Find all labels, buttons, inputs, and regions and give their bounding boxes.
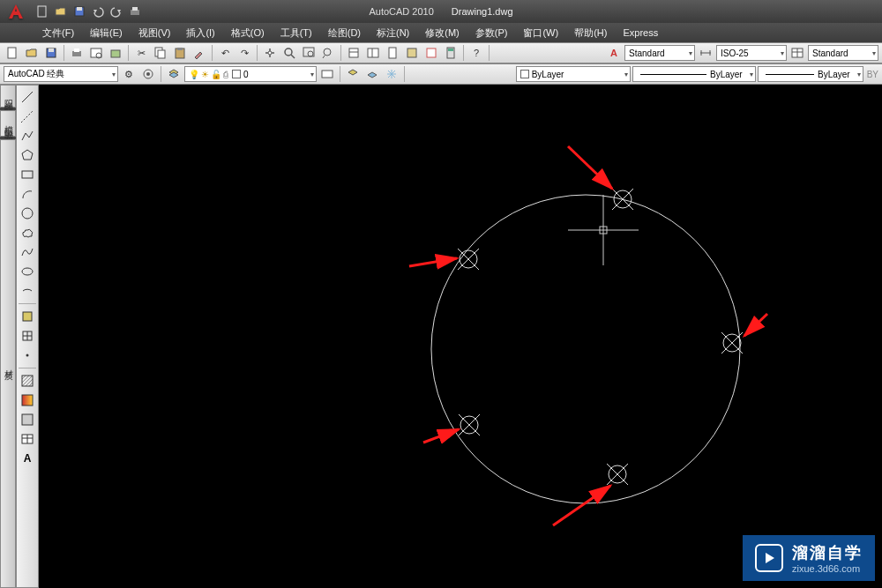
text-style-dropdown[interactable]: Standard [624,45,695,61]
save-button[interactable] [42,44,60,62]
menu-dimension[interactable]: 标注(N) [370,25,416,41]
menu-modify[interactable]: 修改(M) [418,25,467,41]
svg-rect-29 [427,48,436,57]
divide-node-4 [459,414,480,435]
dim-style-dropdown[interactable]: ISO-25 [716,45,787,61]
menu-help[interactable]: 帮助(H) [567,25,614,41]
markup-button[interactable] [422,44,440,62]
zoom-realtime-button[interactable] [280,44,298,62]
make-block-tool[interactable] [19,327,36,345]
copy-button[interactable] [152,44,169,62]
match-properties-button[interactable] [191,44,208,62]
gradient-tool[interactable] [19,391,36,409]
text-style-icon[interactable]: A [605,44,623,62]
menu-format[interactable]: 格式(O) [224,25,272,41]
point-tool[interactable] [19,346,36,364]
separator [128,45,129,61]
workspace-save-icon[interactable] [139,65,157,83]
layer-freeze-icon[interactable] [383,65,400,83]
insert-block-tool[interactable] [19,308,36,325]
revision-cloud-tool[interactable] [19,224,36,242]
svg-rect-51 [22,414,33,425]
layer-previous-icon[interactable] [344,65,362,83]
polygon-tool[interactable] [19,146,36,164]
plot-button[interactable] [68,44,86,62]
new-icon[interactable] [34,4,50,19]
quick-access-toolbar [34,4,143,19]
lineweight-dropdown[interactable]: ByLayer [758,66,863,82]
menu-param[interactable]: 参数(P) [468,25,515,41]
layer-name: 0 [243,70,249,79]
menu-window[interactable]: 窗口(W) [516,25,565,41]
open-button[interactable] [23,44,41,62]
color-dropdown[interactable]: ByLayer [516,66,631,82]
line-tool[interactable] [19,88,36,106]
polyline-tool[interactable] [19,127,36,145]
separator [212,45,213,61]
redo-icon[interactable] [108,4,124,19]
layer-states-icon[interactable] [318,65,336,83]
svg-rect-4 [132,7,138,11]
undo-button[interactable]: ↶ [216,44,234,62]
construction-line-tool[interactable] [19,108,36,125]
arc-tool[interactable] [19,185,36,203]
menu-tools[interactable]: 工具(T) [273,25,319,41]
drawing-canvas[interactable]: 溜溜自学 zixue.3d66.com [39,85,882,588]
side-tab-materials[interactable]: 材质 [0,139,16,588]
print-icon[interactable] [127,4,143,19]
layer-manager-icon[interactable] [165,65,183,83]
svg-line-42 [21,110,34,123]
help-button[interactable]: ? [467,44,485,62]
workspace-dropdown[interactable]: AutoCAD 经典 [4,66,118,82]
table-tool[interactable] [19,430,36,448]
hatch-tool[interactable] [19,372,36,390]
app-logo[interactable] [3,0,29,23]
menu-view[interactable]: 视图(V) [131,25,178,41]
redo-button[interactable]: ↷ [235,44,253,62]
rectangle-tool[interactable] [19,166,36,183]
dim-style-icon[interactable] [697,44,714,62]
divide-node-5 [458,249,479,270]
menu-file[interactable]: 文件(F) [35,25,81,41]
menu-edit[interactable]: 编辑(E) [83,25,130,41]
sheet-set-button[interactable] [403,44,421,62]
menu-draw[interactable]: 绘图(D) [321,25,368,41]
region-tool[interactable] [19,411,36,428]
zoom-window-button[interactable] [300,44,318,62]
pan-button[interactable] [261,44,279,62]
divide-node-1 [612,189,633,210]
table-style-dropdown[interactable]: Standard [808,45,878,61]
ellipse-arc-tool[interactable] [19,282,36,300]
zoom-previous-button[interactable] [319,44,337,62]
properties-button[interactable] [345,44,363,62]
plot-preview-button[interactable] [87,44,105,62]
linetype-dropdown[interactable]: ByLayer [632,66,756,82]
ellipse-tool[interactable] [19,263,36,280]
paste-button[interactable] [171,44,189,62]
publish-button[interactable] [107,44,124,62]
undo-icon[interactable] [90,4,106,19]
svg-rect-25 [368,48,378,57]
quickcalc-button[interactable] [442,44,460,62]
svg-line-41 [22,92,33,102]
circle-tool[interactable] [19,205,36,222]
layer-color-swatch [232,70,241,78]
table-style-icon[interactable] [789,44,806,62]
cut-button[interactable]: ✂ [132,44,150,62]
spline-tool[interactable] [19,243,36,261]
mtext-tool[interactable]: A [19,450,36,467]
layer-dropdown[interactable]: 💡 ☀ 🔓 ⎙ 0 [184,66,317,82]
tool-palettes-button[interactable] [384,44,401,62]
save-icon[interactable] [71,4,87,19]
side-tab-lights-in-model[interactable]: 模型中的光源 [0,110,16,137]
open-icon[interactable] [53,4,69,19]
design-center-button[interactable] [364,44,382,62]
workspace-settings-icon[interactable]: ⚙ [120,65,138,83]
menu-express[interactable]: Express [616,26,665,40]
side-tab-sun-properties[interactable]: 阳光特性 [0,85,16,108]
svg-rect-46 [23,312,32,321]
new-button[interactable] [4,44,21,62]
layer-iso-icon[interactable] [363,65,381,83]
menu-insert[interactable]: 插入(I) [179,25,221,41]
file-name: Drawing1.dwg [452,6,513,17]
